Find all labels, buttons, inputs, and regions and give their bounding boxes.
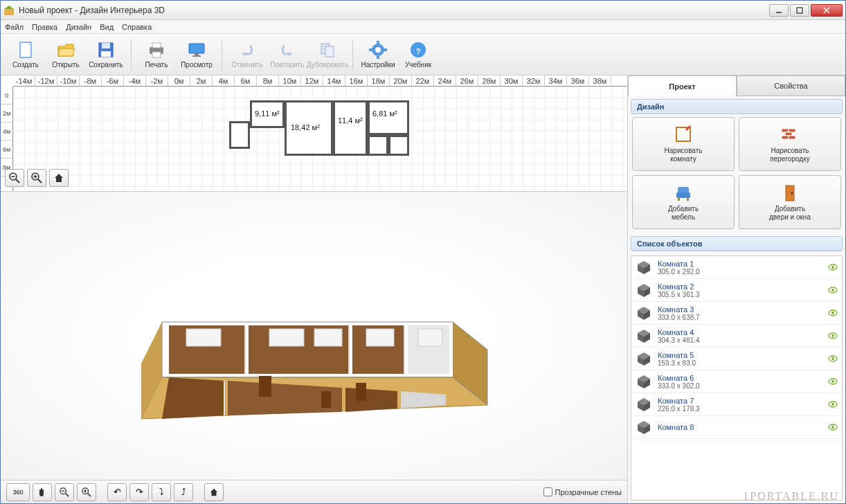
main-area: -14м-12м-10м-8м-6м-4м-2м0м2м4м6м8м10м12м… [1,75,845,503]
svg-rect-12 [152,43,161,48]
hand-icon [37,487,47,497]
list-item[interactable]: Комната 3333.0 x 638.7 [631,302,842,325]
floorplan-2d[interactable]: 7,2 м² 18,42 м² 11,4 м² 6,81 м² 9,11 м² [250,100,416,170]
create-button[interactable]: Создать [6,36,45,73]
draw-room-button[interactable]: Нарисовать комнату [632,117,735,171]
ruler-tick: -12м [35,75,57,86]
tab-project[interactable]: Проект [628,75,737,96]
add-furniture-button[interactable]: Добавить мебель [632,175,735,229]
cube-icon [636,259,652,276]
list-item[interactable]: Комната 8 [631,416,842,439]
model-3d [120,225,508,447]
app-window: Новый проект - Дизайн Интерьера 3D Файл … [0,0,846,504]
svg-point-116 [831,403,834,406]
svg-rect-0 [4,9,14,15]
ruler-tick: 4м [213,75,235,86]
list-item[interactable]: Комната 2305.5 x 361.3 [631,279,842,302]
svg-marker-18 [289,52,293,56]
ruler-tick: 6м [235,75,257,86]
svg-rect-74 [782,136,789,139]
eye-icon[interactable] [828,399,838,409]
ruler-tick: 18м [368,75,390,86]
zoom-in-button[interactable] [27,169,46,187]
list-item[interactable]: Комната 4304.3 x 481.4 [631,325,842,348]
svg-rect-14 [189,44,204,53]
settings-button[interactable]: Настройки [359,36,397,73]
object-list[interactable]: Комната 1305.0 x 292.0 Комната 2305.5 x … [631,255,843,501]
ruler-tick: 16м [345,75,368,86]
eye-icon[interactable] [828,285,838,295]
object-name: Комната 2 [658,282,828,291]
menu-edit[interactable]: Правка [32,23,57,31]
svg-rect-60 [321,391,331,408]
svg-rect-57 [418,329,442,346]
redo-button[interactable]: Повторить [268,36,307,73]
ruler-tick: 0 [1,87,12,105]
svg-rect-54 [269,329,304,346]
minimize-button[interactable] [769,4,789,17]
home-3d-button[interactable] [204,483,224,501]
ruler-tick: 24м [434,75,456,86]
tilt-up-button[interactable]: ⤴ [174,483,193,501]
tab-properties[interactable]: Свойства [737,75,845,96]
preview-button[interactable]: Просмотр [177,36,216,73]
add-doors-windows-button[interactable]: Добавить двери и окна [739,175,841,229]
pan-button[interactable] [33,483,52,501]
zoom-out-button[interactable] [5,169,24,187]
zoom-out-3d-button[interactable] [55,483,74,501]
svg-rect-3 [797,8,802,13]
maximize-button[interactable] [790,4,809,17]
open-button[interactable]: Открыть [46,36,85,73]
tutorial-button[interactable]: ?Учебник [399,36,438,73]
home-button[interactable] [49,169,69,187]
menu-view[interactable]: Вид [100,23,114,31]
ruler-tick: 28м [478,75,501,86]
eye-icon[interactable] [828,331,838,341]
eye-icon[interactable] [828,377,838,386]
svg-rect-24 [377,55,379,59]
eye-icon[interactable] [828,422,838,432]
transparent-walls-checkbox[interactable]: Прозрачные стены [543,487,622,496]
svg-rect-75 [789,136,795,139]
menu-design[interactable]: Дизайн [66,23,91,31]
ruler-tick: -14м [13,75,35,86]
ruler-tick: 30м [501,75,523,86]
cube-icon [636,327,652,344]
zoom-in-3d-button[interactable] [77,483,96,501]
redo-icon [278,40,297,60]
plan-2d[interactable]: -14м-12м-10м-8м-6м-4м-2м0м2м4м6м8м10м12м… [1,75,627,192]
list-item[interactable]: Комната 6333.0 x 302.0 [631,370,842,393]
rotate-360-button[interactable]: 360 [6,483,30,501]
svg-rect-15 [195,53,199,55]
tilt-down-button[interactable]: ⤵ [152,483,171,501]
menu-file[interactable]: Файл [5,23,24,31]
print-button[interactable]: Печать [137,36,176,73]
svg-rect-26 [384,48,387,51]
list-item[interactable]: Комната 7226.0 x 178.3 [631,393,842,416]
duplicate-button[interactable]: Дублировать [308,36,347,73]
eye-icon[interactable] [828,354,838,363]
svg-rect-53 [186,329,221,346]
view-3d[interactable] [1,192,627,480]
list-item[interactable]: Комната 5159.3 x 83.0 [631,348,842,370]
rotate-right-button[interactable]: ↷ [129,483,149,501]
close-button[interactable] [811,4,843,17]
object-name: Комната 8 [658,423,828,431]
eye-icon[interactable] [828,308,838,318]
save-button[interactable]: Сохранить [87,36,125,73]
object-name: Комната 3 [658,305,828,314]
object-name: Комната 7 [658,397,828,405]
ruler-horizontal: -14м-12м-10м-8м-6м-4м-2м0м2м4м6м8м10м12м… [13,75,627,87]
rotate-left-button[interactable]: ↶ [107,483,127,501]
menu-help[interactable]: Справка [122,23,152,31]
door-icon [780,183,800,202]
eye-icon[interactable] [828,262,838,272]
svg-point-86 [831,266,834,269]
draw-partition-button[interactable]: Нарисовать перегородку [739,117,841,171]
ruler-tick: 2м [1,105,12,123]
list-item[interactable]: Комната 1305.0 x 292.0 [631,256,842,279]
section-objects-header: Список объектов [631,236,843,251]
ruler-tick: -6м [102,75,124,86]
undo-button[interactable]: Отменить [228,36,267,73]
zoom-out-icon [60,487,69,497]
